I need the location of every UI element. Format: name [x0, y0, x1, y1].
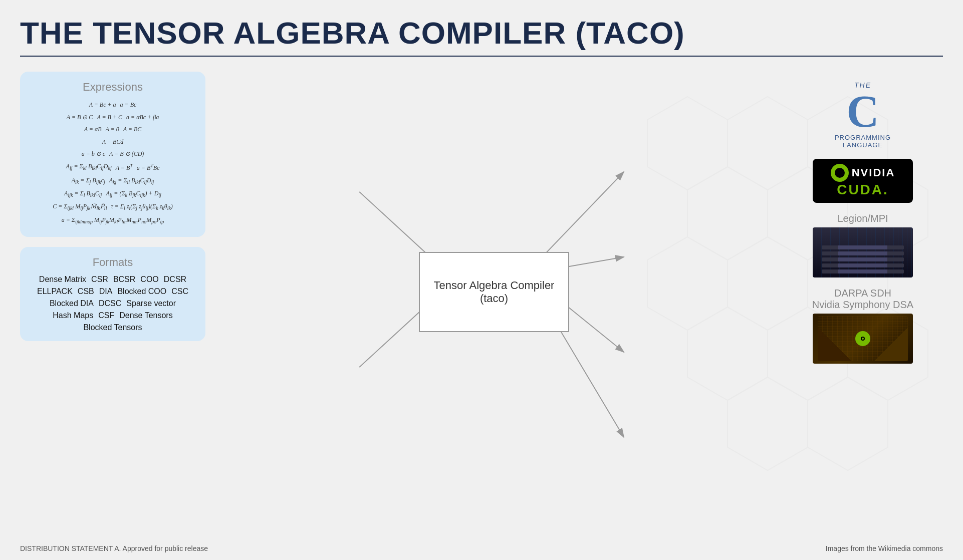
output-c-lang: THE C PROGRAMMINGLANGUAGE [783, 82, 943, 149]
expr-9b: τ = Σi zi(Σj zjθij)(Σk zkθik) [111, 201, 172, 213]
expr-4: A = BCd [102, 137, 124, 148]
format-csc: CSC [171, 287, 188, 296]
formats-box: Formats Dense Matrix CSR BCSR COO DCSR E… [20, 247, 205, 341]
cuda-text: CUDA. [837, 182, 889, 198]
expr-7a: Aik = Σj Bijkcj [72, 175, 105, 187]
compiler-line2: (taco) [480, 292, 508, 305]
expr-3c: A = BC [123, 124, 142, 135]
center-area: Tensor Algebra Compiler (taco) [205, 72, 783, 512]
server-row-4 [822, 263, 904, 267]
server-image [813, 227, 913, 277]
format-blocked-tensors: Blocked Tensors [83, 323, 142, 332]
expr-3b: A = 0 [106, 124, 119, 135]
format-dense-tensors: Dense Tensors [119, 311, 172, 320]
c-lang-letter: C [847, 89, 879, 134]
svg-line-18 [537, 172, 624, 262]
expr-6b: A = BT [116, 161, 133, 174]
format-coo: COO [140, 275, 158, 284]
output-darpa: DARPA SDH Nvidia Symphony DSA [783, 288, 943, 364]
output-legion: Legion/MPI [783, 213, 943, 277]
format-blocked-dia: Blocked DIA [50, 299, 94, 308]
compiler-line1: Tensor Algebra Compiler [434, 279, 555, 292]
server-rows [818, 241, 908, 277]
right-panels: THE C PROGRAMMINGLANGUAGE NVIDIA CUDA. [783, 72, 943, 512]
expressions-title: Expressions [31, 81, 194, 94]
expressions-content: A = Bc + a a = Bc A = B ⊙ C A = B + C a … [31, 100, 194, 226]
format-bcsr: BCSR [113, 275, 135, 284]
format-dense-matrix: Dense Matrix [39, 275, 86, 284]
expr-2a: A = B ⊙ C [67, 112, 93, 123]
server-row-5 [822, 269, 904, 273]
output-cuda: NVIDIA CUDA. [783, 159, 943, 203]
footer: DISTRIBUTION STATEMENT A. Approved for p… [0, 544, 963, 552]
format-dcsc: DCSC [99, 299, 121, 308]
left-panels: Expressions A = Bc + a a = Bc A = B ⊙ C … [20, 72, 205, 512]
c-lang-sub: PROGRAMMINGLANGUAGE [835, 134, 891, 149]
darpa-label1: DARPA SDH Nvidia Symphony DSA [812, 288, 913, 311]
page: THE TENSOR ALGEBRA COMPILER (TACO) [0, 0, 963, 560]
format-hash-maps: Hash Maps [53, 311, 93, 320]
expr-6a: Aij = Σkl BiklCljDkj [66, 161, 112, 174]
nvidia-chip-logo [855, 331, 870, 346]
title-divider [20, 56, 943, 57]
expr-5b: A = B ⊙ (CD) [109, 149, 144, 160]
darpa-label2-text: Nvidia Symphony DSA [812, 299, 913, 310]
server-row-2 [822, 251, 904, 255]
legion-label: Legion/MPI [837, 213, 888, 224]
format-csb: CSB [78, 287, 94, 296]
format-sparse-vector: Sparse vector [126, 299, 176, 308]
darpa-label1-text: DARPA SDH [834, 288, 891, 299]
nvidia-logo: NVIDIA [831, 164, 895, 182]
expr-9a: C = Σijkl MijPjkM̄lkP̄il [53, 201, 107, 213]
nvidia-eye-inner [835, 168, 845, 178]
content-area: Expressions A = Bc + a a = Bc A = B ⊙ C … [20, 72, 943, 512]
expr-7b: Akj = Σil BiklCljDij [109, 175, 154, 187]
format-dcsr: DCSR [164, 275, 186, 284]
expr-8b: Aij = (Σk BjkCijk) + Dij [106, 188, 161, 200]
expr-8a: Aijk = Σl BiklClj [64, 188, 102, 200]
expr-5a: a = b ⊙ c [82, 149, 105, 160]
format-ellpack: ELLPACK [37, 287, 73, 296]
svg-point-24 [862, 338, 864, 340]
server-row-3 [822, 257, 904, 261]
expr-1a: A = Bc + a [89, 100, 116, 111]
footer-left: DISTRIBUTION STATEMENT A. Approved for p… [20, 544, 208, 552]
format-dia: DIA [99, 287, 113, 296]
main-title: THE TENSOR ALGEBRA COMPILER (TACO) [20, 15, 943, 51]
expressions-box: Expressions A = Bc + a a = Bc A = B ⊙ C … [20, 72, 205, 237]
expr-6c: a = BTBc [137, 161, 160, 174]
server-row-1 [822, 245, 904, 249]
expr-10: a = Σijklmnop MijPjkMklPlmMnmPnoMpoPip [62, 215, 164, 226]
server-corridor [813, 227, 913, 277]
nvidia-eye-icon [831, 164, 849, 182]
compiler-box: Tensor Algebra Compiler (taco) [419, 252, 569, 332]
formats-title: Formats [31, 256, 194, 269]
formats-content: Dense Matrix CSR BCSR COO DCSR ELLPACK C… [31, 275, 194, 332]
footer-right: Images from the Wikimedia commons [826, 544, 943, 552]
c-lang-box: THE C PROGRAMMINGLANGUAGE [835, 82, 891, 149]
expr-2c: a = αBc + βa [126, 112, 159, 123]
format-csr: CSR [91, 275, 108, 284]
expr-3a: A = αB [84, 124, 102, 135]
nvidia-text: NVIDIA [852, 166, 895, 179]
chip-detail [818, 316, 908, 361]
expr-1b: a = Bc [120, 100, 137, 111]
nvidia-box: NVIDIA CUDA. [813, 159, 913, 203]
format-blocked-coo: Blocked COO [117, 287, 166, 296]
chip-image [813, 314, 913, 364]
format-csf: CSF [98, 311, 114, 320]
expr-2b: A = B + C [97, 112, 122, 123]
